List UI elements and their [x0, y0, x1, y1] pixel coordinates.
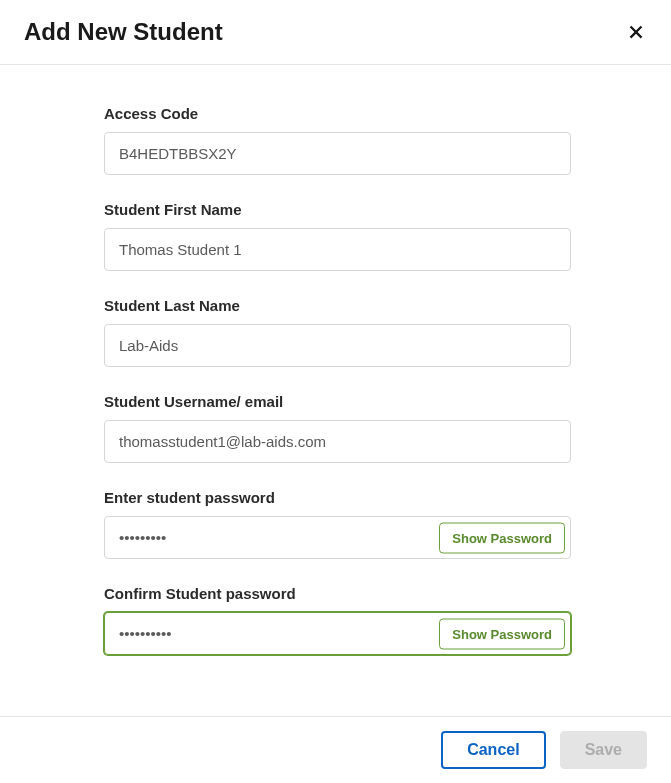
show-confirm-password-button[interactable]: Show Password [439, 618, 565, 649]
close-button[interactable] [625, 21, 647, 43]
add-student-dialog: Add New Student Access Code Student Firs… [0, 0, 671, 783]
dialog-title: Add New Student [24, 18, 223, 46]
password-input-wrap: Show Password [104, 516, 571, 559]
username-input[interactable] [104, 420, 571, 463]
last-name-group: Student Last Name [104, 297, 571, 367]
username-group: Student Username/ email [104, 393, 571, 463]
confirm-password-group: Confirm Student password Show Password [104, 585, 571, 655]
username-label: Student Username/ email [104, 393, 571, 410]
dialog-footer: Cancel Save [0, 716, 671, 783]
first-name-input[interactable] [104, 228, 571, 271]
cancel-button[interactable]: Cancel [441, 731, 545, 769]
save-button[interactable]: Save [560, 731, 647, 769]
last-name-input-wrap [104, 324, 571, 367]
dialog-header: Add New Student [0, 0, 671, 65]
last-name-input[interactable] [104, 324, 571, 367]
first-name-input-wrap [104, 228, 571, 271]
confirm-password-input-wrap: Show Password [104, 612, 571, 655]
access-code-input-wrap [104, 132, 571, 175]
access-code-label: Access Code [104, 105, 571, 122]
last-name-label: Student Last Name [104, 297, 571, 314]
confirm-password-label: Confirm Student password [104, 585, 571, 602]
access-code-group: Access Code [104, 105, 571, 175]
password-group: Enter student password Show Password [104, 489, 571, 559]
first-name-group: Student First Name [104, 201, 571, 271]
close-icon [627, 23, 645, 41]
password-label: Enter student password [104, 489, 571, 506]
first-name-label: Student First Name [104, 201, 571, 218]
dialog-body: Access Code Student First Name Student L… [0, 65, 671, 716]
access-code-input[interactable] [104, 132, 571, 175]
username-input-wrap [104, 420, 571, 463]
show-password-button[interactable]: Show Password [439, 522, 565, 553]
